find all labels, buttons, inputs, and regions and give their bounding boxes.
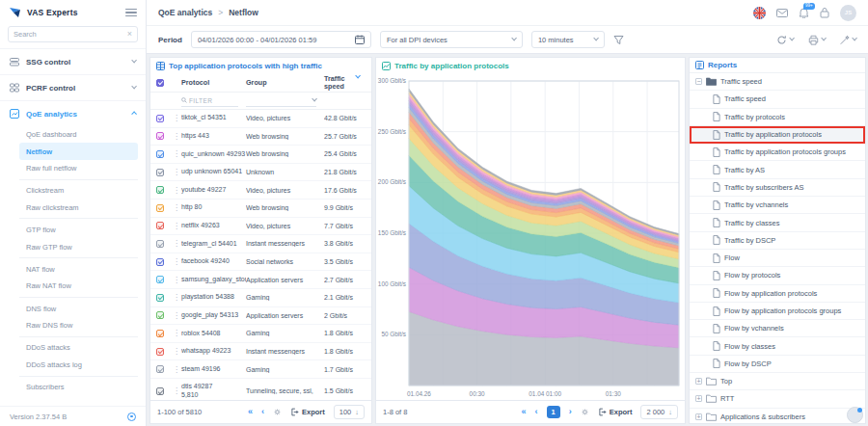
traffic-chart[interactable]: 50 Gbit/s100 Gbit/s150 Gbit/s200 Gbit/s2… [376, 73, 685, 400]
sidebar-item-dns-flow[interactable]: DNS flow [19, 301, 138, 317]
notifications-bell-icon[interactable]: 99+ [799, 7, 809, 18]
report-item-traffic-by-vchannels[interactable]: Traffic by vchannels [690, 197, 865, 214]
report-folder-top[interactable]: +Top [690, 373, 865, 390]
language-flag-icon[interactable] [753, 7, 766, 19]
sidebar-item-netflow[interactable]: Netflow [19, 143, 138, 159]
row-series-checkbox[interactable] [156, 365, 164, 373]
report-item-traffic-by-protocols[interactable]: Traffic by protocols [690, 109, 865, 126]
drag-handle-icon[interactable]: ⋮ [173, 365, 181, 374]
report-item-traffic-speed[interactable]: Traffic speed [690, 91, 865, 108]
sidebar-item-gtp-flow[interactable]: GTP flow [19, 222, 138, 238]
table-row[interactable]: ⋮roblox 54408Gaming1.8 Gbit/s [150, 325, 371, 343]
report-item-flow-by-protocols[interactable]: Flow by protocols [690, 267, 865, 284]
expand-icon[interactable]: + [695, 395, 702, 402]
select-all-checkbox[interactable] [156, 79, 164, 87]
table-row[interactable]: ⋮google_play 54313Application servers2 G… [150, 307, 371, 326]
sidebar-item-qoe-dashboard[interactable]: QoE dashboard [19, 126, 138, 143]
chat-help-button[interactable] [847, 407, 863, 423]
drag-handle-icon[interactable]: ⋮ [173, 386, 181, 395]
mail-icon[interactable] [776, 9, 788, 17]
drag-handle-icon[interactable]: ⋮ [173, 203, 181, 212]
sidebar-section-ssg-control[interactable]: SSG control [0, 48, 146, 74]
sidebar-item-raw-nat-flow[interactable]: Raw NAT flow [19, 278, 138, 294]
table-settings-gear-icon[interactable] [273, 408, 282, 416]
drag-handle-icon[interactable]: ⋮ [173, 132, 181, 141]
lock-icon[interactable] [820, 7, 829, 18]
drag-handle-icon[interactable]: ⋮ [173, 222, 181, 230]
drag-handle-icon[interactable]: ⋮ [173, 311, 181, 320]
chart-current-page[interactable]: 1 [547, 406, 560, 418]
report-item-traffic-by-as[interactable]: Traffic by AS [690, 161, 865, 178]
prev-page-icon[interactable]: ‹ [261, 408, 264, 416]
filter-funnel-icon[interactable] [613, 35, 624, 45]
report-item-flow-by-classes[interactable]: Flow by classes [690, 337, 865, 355]
row-series-checkbox[interactable] [156, 240, 164, 248]
table-export-button[interactable]: Export [290, 408, 325, 416]
protocol-filter-input[interactable]: FILTER [181, 94, 238, 107]
period-date-range-input[interactable] [191, 31, 371, 48]
expand-icon[interactable]: + [695, 413, 702, 420]
sidebar-section-qoe-analytics[interactable]: QoE analytics [0, 100, 146, 126]
calendar-icon[interactable] [355, 35, 365, 44]
row-series-checkbox[interactable] [156, 115, 164, 122]
sidebar-item-subscribers[interactable]: Subscribers [19, 379, 138, 395]
menu-collapse-icon[interactable] [125, 7, 137, 19]
breadcrumb-qoe-analytics[interactable]: QoE analytics [158, 8, 212, 17]
report-item-traffic-by-subscribers-as[interactable]: Traffic by subscribers AS [690, 179, 865, 197]
sidebar-item-raw-clickstream[interactable]: Raw clickstream [19, 200, 138, 216]
row-series-checkbox[interactable] [156, 348, 164, 356]
report-item-traffic-by-application-protocols-groups[interactable]: Traffic by application protocols groups [690, 144, 865, 161]
report-item-traffic-by-classes[interactable]: Traffic by classes [690, 214, 865, 231]
table-row[interactable]: ⋮quic_unknown 49293Web browsing25.4 Gbit… [150, 146, 371, 164]
report-item-traffic-by-dscp[interactable]: Traffic by DSCP [690, 232, 865, 250]
period-value[interactable] [198, 36, 350, 44]
report-item-flow-by-dscp[interactable]: Flow by DSCP [690, 356, 865, 373]
sidebar-item-raw-full-netflow[interactable]: Raw full netflow [19, 160, 138, 176]
table-row[interactable]: ⋮dtls 492875,810Tunneling, secure, ssl,1… [150, 379, 371, 400]
row-series-checkbox[interactable] [156, 204, 164, 212]
table-row[interactable]: ⋮whatsapp 49223Instant messengers1.8 Gbi… [150, 343, 371, 361]
chart-page-size[interactable]: 2 000↓ [640, 405, 678, 419]
update-icon[interactable] [127, 413, 136, 421]
interval-select[interactable]: 10 minutes [531, 31, 605, 48]
drag-handle-icon[interactable]: ⋮ [173, 114, 181, 122]
report-item-flow[interactable]: Flow [690, 250, 865, 267]
row-series-checkbox[interactable] [156, 132, 164, 140]
row-series-checkbox[interactable] [156, 294, 164, 302]
table-page-size[interactable]: 100↓ [334, 405, 365, 419]
sidebar-item-clickstream[interactable]: Clickstream [19, 182, 138, 199]
sidebar-item-raw-gtp-flow[interactable]: Raw GTP flow [19, 238, 138, 254]
chart-first-page-icon[interactable]: « [522, 408, 527, 416]
clear-search-icon[interactable]: × [127, 30, 132, 39]
report-folder-traffic-speed[interactable]: −Traffic speed [690, 73, 865, 91]
sidebar-item-ddos-attacks[interactable]: DDoS attacks [19, 339, 138, 356]
drag-handle-icon[interactable]: ⋮ [173, 347, 181, 356]
table-row[interactable]: ⋮http 80Web browsing9.9 Gbit/s [150, 200, 371, 218]
row-series-checkbox[interactable] [156, 330, 164, 337]
search-input[interactable] [14, 30, 127, 39]
table-row[interactable]: ⋮samsung_galaxy_storApplication servers2… [150, 271, 371, 289]
table-row[interactable]: ⋮youtube 49227Video, pictures17.6 Gbit/s [150, 181, 371, 200]
table-row[interactable]: ⋮facebook 49240Social networks3.5 Gbit/s [150, 253, 371, 272]
drag-handle-icon[interactable]: ⋮ [173, 293, 181, 302]
report-item-traffic-by-application-protocols[interactable]: Traffic by application protocols [690, 126, 865, 144]
table-row[interactable]: ⋮telegram_cl 54401Instant messengers3.8 … [150, 235, 371, 253]
chart-export-button[interactable]: Export [598, 408, 633, 416]
table-row[interactable]: ⋮tiktok_cl 54351Video, pictures42.8 Gbit… [150, 110, 371, 128]
drag-handle-icon[interactable]: ⋮ [173, 276, 181, 284]
report-item-flow-by-application-protocols[interactable]: Flow by application protocols [690, 285, 865, 303]
table-row[interactable]: ⋮udp unknown 65041Unknown21.8 Gbit/s [150, 164, 371, 182]
first-page-icon[interactable]: « [248, 408, 253, 416]
report-item-flow-by-vchannels[interactable]: Flow by vchannels [690, 320, 865, 337]
sidebar-item-raw-dns-flow[interactable]: Raw DNS flow [19, 317, 138, 333]
row-series-checkbox[interactable] [156, 311, 164, 319]
refresh-menu-button[interactable] [776, 35, 794, 45]
group-filter-select[interactable] [246, 94, 316, 107]
row-series-checkbox[interactable] [156, 258, 164, 266]
row-series-checkbox[interactable] [156, 169, 164, 176]
avatar[interactable]: JS [840, 5, 856, 21]
table-row[interactable]: ⋮https 443Web browsing25.7 Gbit/s [150, 128, 371, 146]
row-series-checkbox[interactable] [156, 186, 164, 194]
tools-menu-button[interactable] [839, 35, 856, 45]
drag-handle-icon[interactable]: ⋮ [173, 239, 181, 248]
